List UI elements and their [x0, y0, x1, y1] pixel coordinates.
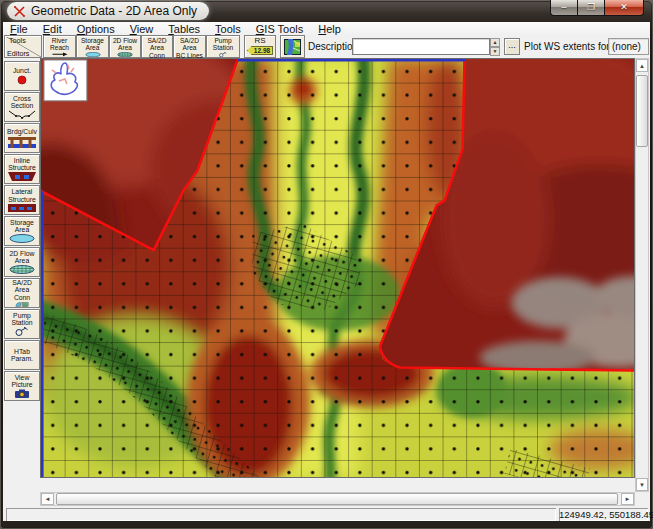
storage-area-button[interactable]: Storage Area [76, 35, 109, 58]
rs-button[interactable]: RS 12.98 [244, 35, 276, 58]
close-button[interactable]: ✕ [604, 0, 644, 16]
sidebar-inline-structure-button[interactable]: Inline Structure [4, 154, 40, 184]
menu-view[interactable]: View [130, 23, 154, 35]
spinner-up-icon[interactable]: ▲ [490, 38, 500, 47]
description-ellipsis-button[interactable]: ... [504, 38, 520, 55]
storage-area-icon [81, 52, 105, 57]
2d-flow-area-button[interactable]: 2D Flow Area [109, 35, 141, 58]
menu-tables[interactable]: Tables [168, 23, 200, 35]
scroll-up-icon[interactable]: ▲ [636, 59, 648, 72]
tools-editors-button[interactable]: Tools Editors [4, 35, 42, 58]
status-message-panel [6, 508, 556, 521]
map-canvas-frame [40, 58, 635, 478]
horizontal-scroll-thumb[interactable] [56, 493, 618, 505]
editor-sidebar: Junct. Cross Section Brdg/Culv [3, 58, 41, 521]
profile-select[interactable]: (none) [608, 38, 649, 55]
sa2d-area-conn-button[interactable]: SA/2D Area Conn [141, 35, 173, 58]
maximize-button[interactable]: ❐ [577, 0, 604, 16]
menu-tools[interactable]: Tools [215, 23, 241, 35]
2d-flow-area-icon [113, 52, 137, 57]
scroll-down-icon[interactable]: ▼ [636, 478, 648, 491]
pump-station-icon [215, 52, 231, 57]
camera-icon [14, 389, 30, 398]
status-bar: 124949.42, 550188.45 [3, 508, 650, 521]
sidebar-htab-param-button[interactable]: HTab Param. [4, 340, 40, 370]
menu-options[interactable]: Options [77, 23, 115, 35]
horizontal-scrollbar[interactable]: ◄ ► [40, 492, 635, 506]
title-chip: Geometric Data - 2D Area Only [7, 2, 209, 20]
cursor-coordinates: 124949.42, 550188.45 [559, 508, 648, 521]
menu-gis-tools[interactable]: GIS Tools [256, 23, 304, 35]
inline-structure-icon [8, 172, 36, 181]
sidebar-cross-section-button[interactable]: Cross Section [4, 92, 40, 122]
menu-edit[interactable]: Edit [43, 23, 62, 35]
scroll-left-icon[interactable]: ◄ [41, 493, 54, 505]
pump-station-icon [14, 327, 30, 336]
2d-flow-area-icon [9, 265, 35, 274]
storage-area-icon [9, 234, 35, 243]
sidebar-junction-button[interactable]: Junct. [4, 61, 40, 91]
window-title: Geometric Data - 2D Area Only [31, 4, 197, 18]
sidebar-sa2d-area-conn-button[interactable]: SA/2D Area Conn [4, 278, 40, 308]
hec-ras-geometry-icon [13, 5, 26, 18]
minimize-button[interactable]: – [550, 0, 577, 16]
sidebar-bridge-culvert-button[interactable]: Brdg/Culv [4, 123, 40, 153]
map-canvas[interactable] [41, 59, 634, 477]
client-area: File Edit Options View Tables Tools GIS … [3, 22, 650, 521]
bridge-culvert-icon [8, 137, 36, 148]
junction-icon [17, 75, 27, 85]
sidebar-2d-flow-area-button[interactable]: 2D Flow Area [4, 247, 40, 277]
sidebar-view-picture-button[interactable]: View Picture [4, 371, 40, 401]
title-bar[interactable]: Geometric Data - 2D Area Only – ❐ ✕ [0, 0, 653, 22]
scroll-right-icon[interactable]: ► [621, 493, 634, 505]
pump-station-button[interactable]: Pump Station [206, 35, 240, 58]
sidebar-pump-station-button[interactable]: Pump Station [4, 309, 40, 339]
description-input[interactable] [352, 38, 490, 55]
rs-tag-icon: 12.98 [247, 46, 273, 55]
description-spinner[interactable]: ▲ ▼ [490, 38, 500, 55]
geometric-data-window: Geometric Data - 2D Area Only – ❐ ✕ File… [0, 0, 653, 529]
hand-cursor [44, 60, 87, 101]
spinner-down-icon[interactable]: ▼ [490, 47, 500, 56]
lateral-structure-icon [8, 204, 36, 212]
menu-bar: File Edit Options View Tables Tools GIS … [3, 22, 650, 35]
menu-file[interactable]: File [10, 23, 28, 35]
sa2d-area-conn-icon [9, 302, 35, 307]
cross-section-icon [8, 110, 36, 119]
sidebar-lateral-structure-button[interactable]: Lateral Structure [4, 185, 40, 215]
river-reach-button[interactable]: River Reach [43, 35, 76, 58]
sa2d-area-bc-lines-button[interactable]: SA/2D Area BC Lines [173, 35, 206, 58]
vertical-scrollbar[interactable]: ▲ ▼ [635, 58, 649, 492]
river-reach-icon [49, 52, 71, 57]
sidebar-storage-area-button[interactable]: Storage Area [4, 216, 40, 246]
ras-mapper-icon [284, 39, 301, 55]
vertical-scroll-thumb[interactable] [636, 75, 648, 147]
ras-mapper-button[interactable] [280, 35, 305, 58]
toolbar: Tools Editors River Reach Storage Area 2… [3, 35, 650, 58]
menu-help[interactable]: Help [318, 23, 341, 35]
window-controls: – ❐ ✕ [550, 0, 644, 16]
